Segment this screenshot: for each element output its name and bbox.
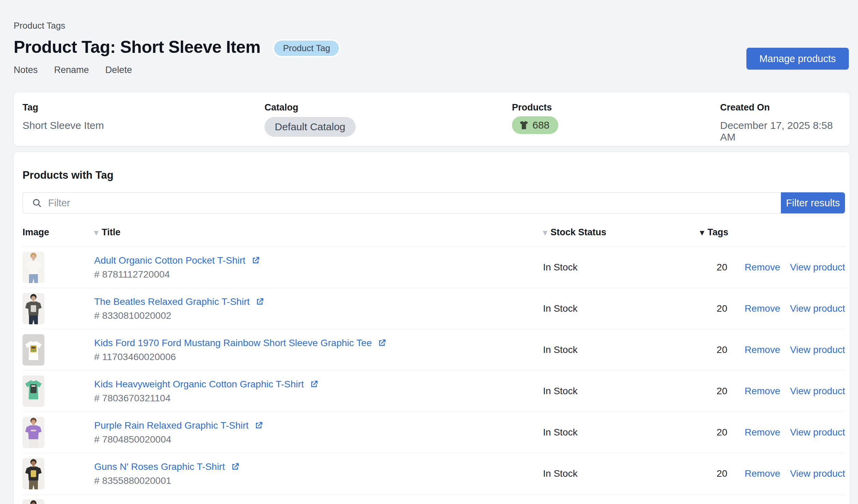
column-title[interactable]: ▾ Title: [94, 227, 543, 238]
product-sku: # 8355880020001: [94, 475, 543, 486]
products-count-pill: 688: [512, 116, 558, 134]
view-product-link[interactable]: View product: [780, 303, 845, 314]
delete-button[interactable]: Delete: [105, 65, 132, 75]
tshirt-icon: [519, 120, 529, 130]
manage-products-button[interactable]: Manage products: [746, 48, 849, 70]
product-title-link[interactable]: Kids Heavyweight Organic Cotton Graphic …: [94, 379, 543, 390]
product-image: [23, 334, 44, 366]
product-title: Adult Organic Cotton Pocket T-Shirt: [94, 255, 245, 266]
table-header: Image ▾ Title ▾ Stock Status ▾ Tags: [23, 213, 845, 247]
stock-status: In Stock: [543, 303, 700, 314]
product-sku: # 11703460020006: [94, 352, 543, 362]
products-label: Products: [512, 102, 720, 113]
remove-link[interactable]: Remove: [727, 386, 780, 397]
product-title: The Beatles Relaxed Graphic T-Shirt: [94, 296, 249, 307]
table-row: [23, 494, 845, 504]
column-title-label: Title: [102, 227, 120, 238]
summary-products: Products 688: [512, 102, 720, 146]
tags-count: 20: [700, 344, 727, 355]
product-tag-badge: Product Tag: [273, 39, 340, 57]
tag-summary-card: Tag Short Sleeve Item Catalog Default Ca…: [14, 92, 850, 146]
remove-link[interactable]: Remove: [727, 262, 780, 273]
column-stock-label: Stock Status: [550, 227, 606, 238]
product-image: [23, 499, 44, 504]
summary-catalog: Catalog Default Catalog: [264, 102, 512, 146]
product-title: Guns N' Roses Graphic T-Shirt: [94, 461, 225, 472]
remove-link[interactable]: Remove: [727, 468, 780, 479]
table-row: Kids Ford 1970 Ford Mustang Rainbow Shor…: [23, 329, 845, 371]
remove-link[interactable]: Remove: [727, 427, 780, 438]
remove-link[interactable]: Remove: [727, 303, 780, 314]
product-title: Kids Heavyweight Organic Cotton Graphic …: [94, 379, 304, 390]
sort-caret-title: ▾: [94, 228, 98, 237]
view-product-link[interactable]: View product: [780, 262, 845, 273]
product-title-link[interactable]: Adult Organic Cotton Pocket T-Shirt: [94, 255, 543, 266]
view-product-link[interactable]: View product: [780, 386, 845, 397]
filter-input[interactable]: [48, 197, 744, 209]
search-icon: [32, 198, 43, 209]
summary-created: Created On December 17, 2025 8:58 AM: [720, 102, 850, 146]
filter-input-wrap: [23, 192, 781, 213]
filter-results-button[interactable]: Filter results: [781, 192, 845, 213]
column-stock-status[interactable]: ▾ Stock Status: [543, 227, 700, 238]
rename-button[interactable]: Rename: [54, 65, 89, 75]
created-label: Created On: [720, 102, 850, 113]
product-title-link[interactable]: Purple Rain Relaxed Graphic T-Shirt: [94, 420, 543, 431]
product-title-link[interactable]: The Beatles Relaxed Graphic T-Shirt: [94, 296, 543, 307]
view-product-link[interactable]: View product: [780, 468, 845, 479]
breadcrumb[interactable]: Product Tags: [14, 20, 65, 31]
sort-caret-stock: ▾: [543, 228, 547, 237]
external-link-icon: [254, 421, 263, 430]
product-title-cell: Kids Ford 1970 Ford Mustang Rainbow Shor…: [94, 338, 543, 362]
filter-row: Filter results: [23, 192, 845, 213]
tags-count: 20: [700, 427, 727, 438]
table-row: Purple Rain Relaxed Graphic T-Shirt # 78…: [23, 412, 845, 453]
stock-status: In Stock: [543, 468, 700, 479]
section-heading: Products with Tag: [23, 169, 845, 181]
column-tags[interactable]: ▾ Tags: [700, 227, 727, 238]
notes-button[interactable]: Notes: [14, 65, 38, 75]
column-image: Image: [23, 227, 94, 238]
catalog-label: Catalog: [264, 102, 512, 113]
external-link-icon: [377, 338, 387, 348]
sort-caret-tags: ▾: [700, 228, 704, 237]
product-title-cell: Adult Organic Cotton Pocket T-Shirt # 87…: [94, 255, 543, 280]
stock-status: In Stock: [543, 427, 700, 438]
tag-label: Tag: [23, 102, 264, 113]
product-title-link[interactable]: Kids Ford 1970 Ford Mustang Rainbow Shor…: [94, 338, 543, 349]
tags-count: 20: [700, 386, 727, 397]
product-title-cell: The Beatles Relaxed Graphic T-Shirt # 83…: [94, 296, 543, 321]
product-sku: # 8781112720004: [94, 269, 543, 280]
product-title-cell: Kids Heavyweight Organic Cotton Graphic …: [94, 379, 543, 404]
stock-status: In Stock: [543, 262, 700, 273]
product-title-link[interactable]: Guns N' Roses Graphic T-Shirt: [94, 461, 543, 472]
tags-count: 20: [700, 468, 727, 479]
remove-link[interactable]: Remove: [727, 344, 780, 355]
catalog-pill: Default Catalog: [264, 117, 356, 137]
product-sku: # 7803670321104: [94, 393, 543, 404]
external-link-icon: [309, 380, 319, 389]
product-image: [23, 375, 44, 407]
created-value: December 17, 2025 8:58 AM: [720, 120, 850, 143]
stock-status: In Stock: [543, 344, 700, 355]
products-with-tag-card: Products with Tag Filter results Image ▾…: [14, 152, 850, 504]
summary-tag: Tag Short Sleeve Item: [23, 102, 264, 146]
product-sku: # 8330810020002: [94, 310, 543, 321]
page: Product Tags Product Tag: Short Sleeve I…: [0, 0, 858, 504]
tags-count: 20: [700, 303, 727, 314]
product-title-cell: Guns N' Roses Graphic T-Shirt # 83558800…: [94, 461, 543, 486]
product-image: [23, 252, 44, 283]
table-row: Adult Organic Cotton Pocket T-Shirt # 87…: [23, 247, 845, 288]
table-row: Kids Heavyweight Organic Cotton Graphic …: [23, 371, 845, 412]
tags-count: 20: [700, 262, 727, 273]
title-row: Product Tag: Short Sleeve Item Product T…: [14, 36, 850, 57]
header-actions: Notes Rename Delete: [14, 65, 850, 75]
view-product-link[interactable]: View product: [780, 344, 845, 355]
tag-value: Short Sleeve Item: [23, 120, 264, 131]
external-link-icon: [230, 462, 240, 472]
view-product-link[interactable]: View product: [780, 427, 845, 438]
product-title: Kids Ford 1970 Ford Mustang Rainbow Shor…: [94, 338, 372, 349]
product-image: [23, 417, 44, 448]
product-title: Purple Rain Relaxed Graphic T-Shirt: [94, 420, 248, 431]
product-sku: # 7804850020004: [94, 434, 543, 445]
